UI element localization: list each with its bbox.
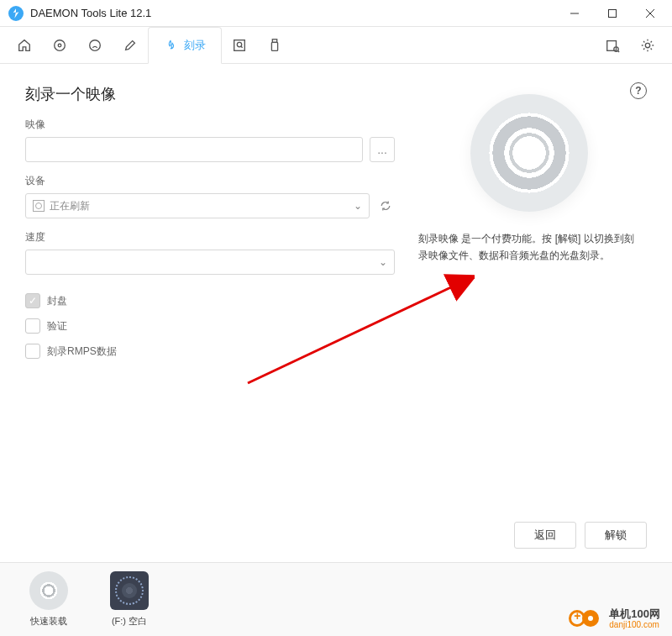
speed-label: 速度	[25, 230, 395, 244]
device-icon	[33, 200, 45, 212]
titlebar: DAEMON Tools Lite 12.1	[0, 0, 672, 27]
rmps-checkbox[interactable]	[25, 344, 40, 359]
app-logo-icon	[8, 6, 24, 21]
tab-burn-label: 刻录	[184, 38, 206, 53]
device-label: 设备	[25, 174, 395, 188]
svg-rect-7	[234, 39, 245, 50]
catalog-button[interactable]	[595, 27, 630, 63]
quick-mount-item[interactable]: 快速装载	[24, 571, 74, 628]
maximize-button[interactable]	[593, 1, 631, 26]
drive-icon	[110, 571, 149, 610]
svg-point-4	[55, 39, 66, 50]
svg-line-14	[617, 50, 619, 52]
unlock-button[interactable]: 解锁	[585, 522, 647, 549]
verify-checkbox[interactable]	[25, 318, 40, 334]
home-button[interactable]	[7, 27, 42, 63]
image-path-input[interactable]	[25, 137, 363, 162]
window-title: DAEMON Tools Lite 12.1	[30, 7, 555, 19]
content-area: 刻录一个映像 映像 ... 设备 正在刷新 ⌄ 速度 ⌄	[0, 64, 672, 563]
watermark-logo-icon	[569, 608, 604, 628]
search-button[interactable]	[222, 27, 257, 63]
back-button[interactable]: 返回	[514, 522, 576, 549]
help-button[interactable]: ?	[630, 82, 647, 99]
dock: 快速装载 (F:) 空白 单机100网 danji100.com	[0, 563, 672, 636]
svg-rect-1	[608, 9, 616, 17]
tab-burn[interactable]: 刻录	[148, 27, 222, 64]
finalize-checkbox[interactable]	[25, 293, 40, 308]
speed-select[interactable]: ⌄	[25, 250, 395, 275]
chevron-down-icon: ⌄	[354, 200, 362, 212]
drive-f-item[interactable]: (F:) 空白	[104, 571, 155, 628]
quick-mount-label: 快速装载	[30, 615, 67, 628]
minimize-button[interactable]	[555, 1, 593, 26]
promo-column: ? 刻录映像 是一个付费功能。按 [解锁] 以切换到刻录映像文件、数据和音频光盘…	[412, 84, 647, 549]
svg-point-5	[58, 44, 61, 47]
watermark-name: 单机100网	[609, 608, 660, 620]
watermark: 单机100网 danji100.com	[569, 608, 660, 629]
svg-rect-12	[607, 40, 617, 50]
edit-button[interactable]	[113, 27, 148, 63]
disc-icon	[470, 94, 588, 212]
main-toolbar: 刻录	[0, 27, 672, 64]
settings-button[interactable]	[630, 27, 665, 63]
svg-point-15	[645, 43, 649, 47]
finalize-label: 封盘	[47, 294, 67, 308]
image-button[interactable]	[77, 27, 113, 63]
form-column: 刻录一个映像 映像 ... 设备 正在刷新 ⌄ 速度 ⌄	[25, 84, 395, 549]
usb-button[interactable]	[257, 27, 292, 63]
disc-button[interactable]	[42, 27, 77, 63]
device-select[interactable]: 正在刷新 ⌄	[25, 193, 370, 218]
browse-button[interactable]: ...	[370, 137, 395, 162]
image-label: 映像	[25, 118, 395, 132]
chevron-down-icon: ⌄	[379, 256, 387, 268]
verify-label: 验证	[47, 319, 67, 334]
drive-f-label: (F:) 空白	[112, 615, 147, 628]
svg-line-9	[241, 45, 243, 47]
quick-mount-icon	[29, 571, 68, 610]
refresh-button[interactable]	[376, 197, 395, 215]
page-title: 刻录一个映像	[25, 84, 395, 104]
svg-point-6	[90, 39, 101, 50]
watermark-domain: danji100.com	[609, 620, 660, 629]
svg-rect-11	[271, 42, 277, 50]
close-button[interactable]	[631, 1, 669, 26]
device-value: 正在刷新	[50, 199, 90, 213]
promo-text: 刻录映像 是一个付费功能。按 [解锁] 以切换到刻录映像文件、数据和音频光盘的光…	[412, 230, 647, 265]
rmps-label: 刻录RMPS数据	[47, 344, 117, 359]
